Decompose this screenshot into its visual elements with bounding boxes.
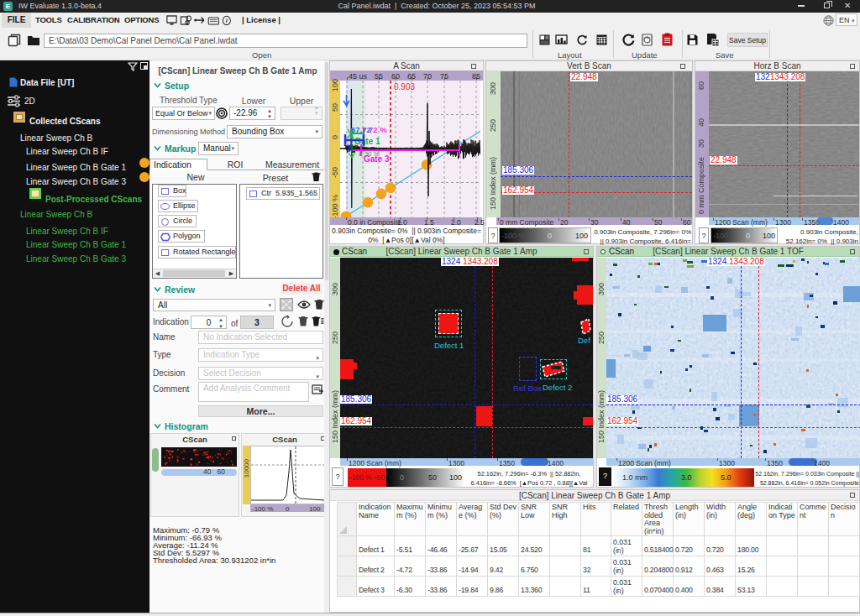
svg-text:0.903: 0.903 — [394, 82, 415, 91]
svg-text:6 30 %: 6 30 % — [359, 150, 380, 158]
svg-text:Gate 1: Gate 1 — [354, 137, 380, 146]
svg-text:7.72 %: 7.72 % — [362, 125, 387, 134]
svg-text:i: i — [226, 17, 228, 25]
